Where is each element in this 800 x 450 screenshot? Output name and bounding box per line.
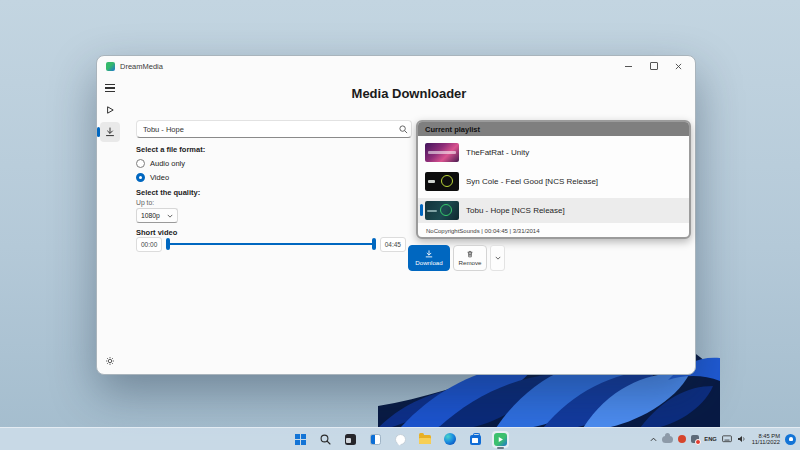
- chat-icon: [395, 434, 406, 445]
- badge-icon: [691, 435, 699, 443]
- download-icon: [425, 250, 433, 258]
- download-button-label: Download: [415, 259, 443, 266]
- maximize-button[interactable]: [641, 57, 666, 75]
- radio-video-label: Video: [150, 173, 169, 182]
- taskbar-search-button[interactable]: [317, 431, 334, 448]
- video-thumbnail: [425, 201, 459, 220]
- close-button[interactable]: [666, 57, 691, 75]
- task-view-button[interactable]: [342, 431, 359, 448]
- onedrive-tray-icon[interactable]: [662, 431, 673, 447]
- widgets-button[interactable]: [367, 431, 384, 448]
- minimize-icon: [625, 66, 632, 67]
- search-field: [136, 120, 412, 138]
- slider-handle-start[interactable]: [166, 238, 170, 250]
- video-thumbnail: [425, 143, 459, 162]
- chevron-down-icon: [495, 256, 501, 260]
- sidebar: [97, 76, 123, 374]
- widgets-icon: [370, 434, 381, 445]
- trim-end-value[interactable]: 04:45: [380, 237, 406, 252]
- playlist-header: Current playlist: [418, 122, 689, 136]
- format-label: Select a file format:: [136, 145, 205, 154]
- desktop: DreamMedia: [0, 0, 800, 450]
- gear-icon: [105, 356, 115, 366]
- search-button[interactable]: [395, 121, 411, 137]
- taskbar-clock[interactable]: 8:45 PM 11/11/2022: [752, 433, 780, 446]
- remove-options-button[interactable]: [490, 245, 505, 271]
- active-indicator: [97, 127, 100, 137]
- playlist-item-title: Tobu - Hope [NCS Release]: [466, 206, 565, 215]
- playlist-item-title: TheFatRat - Unity: [466, 148, 529, 157]
- touch-keyboard-button[interactable]: [722, 431, 732, 447]
- volume-button[interactable]: [737, 431, 747, 447]
- sidebar-item-downloads[interactable]: [100, 122, 120, 142]
- app-icon: [106, 62, 115, 71]
- volume-icon: [737, 435, 747, 443]
- action-buttons: Download Remove: [408, 245, 505, 271]
- language-indicator[interactable]: ENG: [704, 436, 717, 442]
- minimize-button[interactable]: [616, 57, 641, 75]
- trim-slider[interactable]: [167, 237, 374, 251]
- edge-icon: [444, 433, 456, 445]
- store-button[interactable]: [467, 431, 484, 448]
- playlist-panel: Current playlist TheFatRat - Unity Syn C…: [416, 120, 691, 239]
- slider-handle-end[interactable]: [372, 238, 376, 250]
- sidebar-item-play[interactable]: [100, 100, 120, 120]
- playlist-item-title: Syn Cole - Feel Good [NCS Release]: [466, 177, 598, 186]
- cloud-icon: [662, 436, 673, 443]
- search-icon: [320, 434, 331, 445]
- playlist-item[interactable]: TheFatRat - Unity: [418, 140, 689, 165]
- quality-dropdown[interactable]: 1080p: [136, 208, 178, 223]
- slider-track[interactable]: [167, 243, 374, 245]
- search-icon: [399, 125, 408, 134]
- start-button[interactable]: [292, 431, 309, 448]
- app-title: DreamMedia: [120, 62, 163, 71]
- notification-badge-icon: [785, 434, 796, 445]
- file-explorer-button[interactable]: [417, 431, 434, 448]
- clock-date: 11/11/2022: [752, 439, 780, 446]
- folder-icon: [419, 435, 431, 444]
- sidebar-item-settings[interactable]: [97, 356, 123, 366]
- touch-keyboard-icon: [722, 435, 732, 443]
- quality-label: Select the quality:: [136, 188, 200, 197]
- maximize-icon: [650, 62, 658, 70]
- titlebar[interactable]: DreamMedia: [97, 56, 695, 76]
- notification-center-button[interactable]: [785, 431, 796, 447]
- trim-slider-row: 00:00 04:45: [136, 236, 406, 252]
- store-icon: [470, 435, 481, 445]
- hamburger-icon: [105, 84, 115, 92]
- remove-button-label: Remove: [458, 259, 481, 266]
- radio-audio-only[interactable]: Audio only: [136, 159, 185, 168]
- red-dot-icon: [678, 435, 686, 443]
- playlist-item[interactable]: Syn Cole - Feel Good [NCS Release]: [418, 169, 689, 194]
- hidden-icons-button[interactable]: [650, 431, 657, 447]
- close-icon: [675, 63, 682, 70]
- chevron-down-icon: [167, 214, 173, 218]
- windows-logo-icon: [295, 434, 306, 445]
- video-thumbnail: [425, 172, 459, 191]
- play-icon: [105, 105, 115, 115]
- radio-video[interactable]: Video: [136, 173, 169, 182]
- quality-sublabel: Up to:: [136, 199, 154, 206]
- selected-item-metadata: NoCopyrightSounds | 00:04:45 | 3/31/2014: [418, 227, 689, 234]
- menu-button[interactable]: [100, 78, 120, 98]
- dreammedia-taskbar-button[interactable]: [492, 431, 509, 448]
- alert-tray-icon[interactable]: [678, 431, 686, 447]
- trash-icon: [466, 250, 474, 258]
- chat-button[interactable]: [392, 431, 409, 448]
- trim-start-value[interactable]: 00:00: [136, 237, 162, 252]
- app-badge-tray-icon[interactable]: [691, 431, 699, 447]
- dreammedia-icon: [494, 433, 507, 446]
- edge-button[interactable]: [442, 431, 459, 448]
- radio-checked-icon: [136, 173, 145, 182]
- playlist-item-selected[interactable]: Tobu - Hope [NCS Release]: [418, 198, 689, 223]
- radio-icon: [136, 159, 145, 168]
- page-title: Media Downloader: [123, 86, 695, 101]
- download-icon: [105, 127, 115, 137]
- remove-button[interactable]: Remove: [453, 245, 487, 271]
- app-window: DreamMedia: [96, 55, 696, 375]
- task-view-icon: [345, 434, 356, 445]
- chevron-up-icon: [650, 437, 657, 442]
- radio-audio-label: Audio only: [150, 159, 185, 168]
- search-input[interactable]: [137, 125, 395, 134]
- download-button[interactable]: Download: [408, 245, 450, 271]
